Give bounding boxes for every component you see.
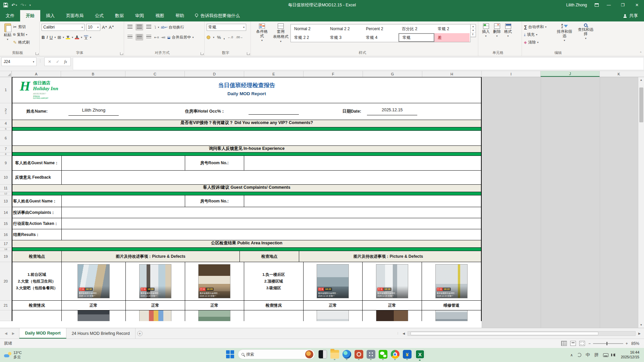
col-header[interactable]: E (244, 71, 304, 77)
cell-style-option[interactable]: 常规 3 (327, 33, 363, 42)
comma-style-icon[interactable]: , (224, 35, 225, 40)
edge-browser-icon[interactable] (342, 350, 351, 359)
vip-answer-cell[interactable] (12, 131, 481, 145)
insert-cells-button[interactable]: 插入▾ (480, 23, 491, 49)
sync-tray-icon[interactable] (577, 353, 581, 357)
inspection-photo-cell[interactable]: 打卡16:10 贵州省贵阳市南明区…2025.12.15 星期一 (126, 262, 185, 300)
italic-button[interactable]: I (46, 35, 48, 40)
inspection-photo-cell[interactable]: 打卡16:10 贵州省贵阳市南明区…2025.12.15 星期一 (62, 262, 126, 300)
tab-data[interactable]: 数据 (109, 10, 129, 21)
chrome-icon[interactable] (391, 350, 399, 359)
cell-style-option[interactable]: 常规 2 (434, 24, 470, 33)
cell-style-option[interactable]: 常规 4 (363, 33, 398, 42)
font-family-combo[interactable]: Calibri▾ (42, 24, 85, 31)
cancel-entry-icon[interactable]: ✕ (48, 59, 51, 64)
inspection-photo-cell[interactable] (62, 310, 126, 321)
sheet-tab-daily-mod-report[interactable]: Daily MOD Report (19, 328, 66, 339)
borders-icon[interactable]: ⊞ (57, 35, 61, 40)
wrap-text-button[interactable]: ab↩自动换行 (161, 24, 184, 31)
sort-filter-button[interactable]: AZ 排序和筛选▾ (554, 23, 575, 49)
underline-button[interactable]: U (50, 35, 53, 40)
ime-mode-indicator[interactable]: 拼 (594, 352, 599, 358)
percent-style-icon[interactable]: % (217, 35, 221, 40)
name-box[interactable]: J24▾ (1, 57, 37, 66)
decrease-font-icon[interactable]: A▼ (109, 25, 114, 30)
col-header[interactable]: D (185, 71, 244, 77)
scroll-down-icon[interactable]: ▼ (640, 322, 643, 328)
wechat-icon[interactable] (379, 350, 387, 359)
condition-value[interactable]: 正常 (62, 301, 126, 310)
taskbar-app-pay[interactable]: ¥ (403, 350, 412, 359)
align-right-icon[interactable] (145, 34, 153, 41)
cell-style-option[interactable]: Percent 2 (363, 24, 398, 33)
minimize-button[interactable]: — (602, 0, 616, 10)
align-left-icon[interactable] (126, 34, 134, 41)
sheet-nav-right-icon[interactable]: ▶ (12, 331, 15, 335)
file-explorer-icon[interactable] (330, 350, 339, 359)
clipboard-dialog-launcher[interactable] (36, 52, 38, 55)
col-header[interactable]: K (600, 71, 638, 77)
condition-value[interactable]: 正常 (185, 301, 245, 310)
page-layout-view-icon[interactable] (570, 341, 576, 346)
collapse-ribbon-icon[interactable]: ⌃ (639, 51, 642, 55)
undo-button[interactable]: ↶▾ (11, 3, 17, 8)
sheet-tab-24h-briefing[interactable]: 24 Hours MOD Briefing Record (66, 328, 136, 339)
cell-style-option[interactable]: 百分比 2 (398, 24, 434, 33)
inspection-photo-cell[interactable]: 打卡16:18 贵州省贵阳市南明区…2025.12.15 星期一 (363, 262, 422, 300)
conditional-formatting-button[interactable]: 条件格式▾ (253, 23, 271, 49)
number-dialog-launcher[interactable] (247, 52, 250, 55)
weather-widget[interactable]: 13°C多云 (0, 351, 80, 359)
inspection-photo-cell[interactable] (304, 310, 363, 321)
paste-button[interactable]: 粘贴▾ (2, 23, 13, 49)
guest-name-input-cell[interactable] (62, 156, 185, 170)
number-format-combo[interactable]: 常规▾ (207, 24, 246, 31)
accounting-format-icon[interactable] (207, 36, 210, 39)
col-header[interactable]: I (482, 71, 541, 77)
cell-style-option-bad[interactable]: 差 (434, 33, 470, 42)
col-header-active[interactable]: J (541, 71, 600, 77)
hscroll-thumb[interactable] (411, 332, 598, 335)
format-cells-button[interactable]: 格式▾ (502, 23, 514, 49)
col-header[interactable]: G (363, 71, 422, 77)
decrease-indent-icon[interactable]: ⇤≡ (154, 36, 159, 39)
maximize-button[interactable]: ❐ (616, 0, 630, 10)
formula-input[interactable] (73, 57, 644, 70)
cell-style-option[interactable]: 常规 2 2 (291, 33, 327, 42)
align-middle-icon[interactable] (136, 24, 143, 31)
vertical-scrollbar[interactable]: ▲ ▼ (638, 77, 644, 328)
taskbar-app-phone[interactable] (367, 350, 375, 359)
hscroll-right-icon[interactable]: ▶ (637, 332, 642, 335)
phonetic-guide-icon[interactable]: wén文 (84, 35, 88, 40)
inspection-photo-cell[interactable]: 打卡16:22 贵州省贵阳市南明区…2025.12.15 星期一 (304, 262, 363, 300)
alignment-dialog-launcher[interactable] (201, 52, 203, 55)
find-select-button[interactable]: 查找和选择▾ (575, 23, 596, 49)
guest-name-input-cell[interactable] (62, 195, 185, 207)
tell-me-box[interactable]: 告诉我你想要做什么 (190, 10, 245, 21)
tab-review[interactable]: 审阅 (129, 10, 150, 21)
inspection-photo-cell[interactable]: 打卡16:09 贵州省贵阳市南明区…2025.12.15 星期一 (185, 262, 245, 300)
horizontal-scrollbar[interactable]: ⁞ ◀ ▶ (397, 328, 644, 339)
zoom-level[interactable]: 85% (631, 341, 639, 346)
confirm-entry-icon[interactable]: ✓ (56, 59, 59, 64)
worksheet-grid[interactable]: ▲ ▼ 1 H 假日酒店 Holiday Inn 洲际酒店集团旗下 贵阳机场 G… (0, 77, 644, 328)
share-button[interactable]: 共享 (629, 13, 638, 19)
bold-button[interactable]: B (42, 35, 45, 40)
condition-value[interactable]: 正常 (363, 301, 422, 310)
zoom-in-icon[interactable]: + (626, 341, 628, 346)
insert-function-icon[interactable]: fx (64, 59, 67, 64)
room-no-input-cell[interactable] (244, 156, 481, 170)
account-user-name[interactable]: Lilith Zhong (566, 3, 587, 7)
taskbar-clock[interactable]: 16:44 2025/12/15 (621, 350, 639, 360)
cell-style-option-selected[interactable]: 常规 (398, 33, 434, 42)
zoom-out-icon[interactable]: − (588, 341, 591, 346)
touch-keyboard-icon[interactable] (603, 353, 608, 357)
condition-value[interactable]: 正常 (126, 301, 185, 310)
inspection-photo-cell[interactable] (185, 310, 245, 321)
tab-page-layout[interactable]: 页面布局 (60, 10, 89, 21)
inspection-photo-cell[interactable] (363, 310, 422, 321)
styles-gallery-scroll[interactable]: ▲▼⊽ (471, 24, 476, 37)
tab-formulas[interactable]: 公式 (89, 10, 109, 21)
col-header[interactable]: F (304, 71, 363, 77)
cell-style-option[interactable]: Normal 2 (291, 24, 327, 33)
occupancy-value-cell[interactable] (244, 107, 304, 116)
